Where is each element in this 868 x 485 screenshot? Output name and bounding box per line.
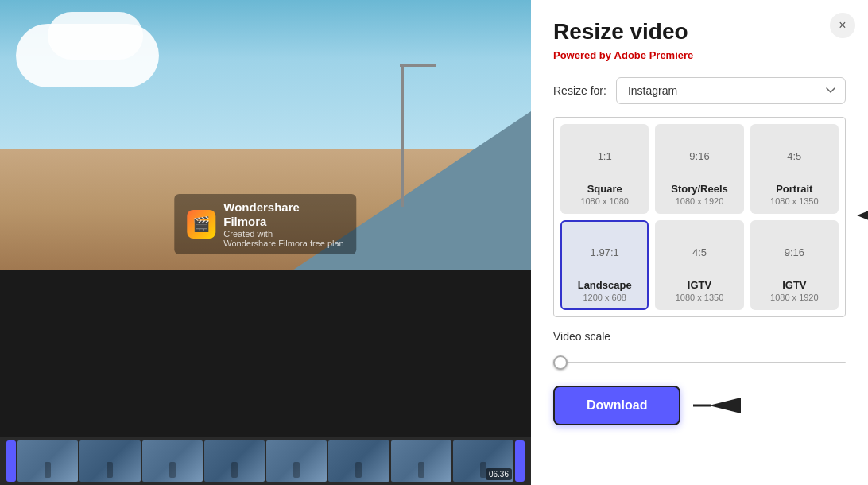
resize-for-label: Resize for: <box>553 84 606 97</box>
timeline-frame-last: 06.36 <box>453 440 513 482</box>
watermark-sub: Created with Wondershare Filmora free pl… <box>223 229 343 248</box>
size-card-name: IGTV <box>758 279 831 291</box>
panel-subtitle: Powered by Adobe Premiere <box>553 49 846 61</box>
left-panel: 🎬 Wondershare Filmora Created with Wonde… <box>0 0 531 485</box>
svg-marker-0 <box>857 206 868 225</box>
timeline: 06.36 <box>0 437 531 485</box>
size-card-ratio: 1:1 <box>568 132 641 180</box>
size-card-landscape[interactable]: 1.97:1 Landscape 1200 x 608 <box>560 220 649 310</box>
watermark: 🎬 Wondershare Filmora Created with Wonde… <box>174 194 356 254</box>
size-card-ratio: 4:5 <box>758 132 831 180</box>
size-card-name: IGTV <box>663 279 735 291</box>
video-scale-label: Video scale <box>553 330 846 343</box>
video-arm <box>400 64 436 67</box>
watermark-text: Wondershare Filmora Created with Wonders… <box>223 200 343 248</box>
size-card-portrait[interactable]: 4:5 Portrait 1080 x 1350 <box>750 124 839 214</box>
size-card-ratio: 9:16 <box>663 132 735 180</box>
timeline-strip: 06.36 <box>17 440 513 482</box>
timeline-frame <box>142 440 203 482</box>
size-grid: 1:1 Square 1080 x 1080 9:16 Story/Reels … <box>560 124 839 310</box>
watermark-logo: 🎬 <box>187 210 215 239</box>
size-card-ratio: 9:16 <box>758 228 831 276</box>
video-preview: 🎬 Wondershare Filmora Created with Wonde… <box>0 0 531 270</box>
size-card-name: Story/Reels <box>663 183 735 195</box>
close-button[interactable]: × <box>830 13 855 38</box>
size-card-igtv2[interactable]: 9:16 IGTV 1080 x 1920 <box>750 220 839 310</box>
timeline-frame <box>17 440 78 482</box>
download-arrow <box>693 391 741 420</box>
download-button[interactable]: Download <box>553 386 680 425</box>
timeline-start-handle[interactable] <box>6 440 16 482</box>
size-card-name: Square <box>568 183 641 195</box>
svg-marker-1 <box>709 398 741 413</box>
size-card-dims: 1080 x 1920 <box>758 293 831 302</box>
size-card-ratio: 4:5 <box>663 228 735 276</box>
scale-slider[interactable] <box>553 362 846 363</box>
resize-for-select[interactable]: Instagram <box>616 77 846 104</box>
size-card-dims: 1080 x 1920 <box>663 196 735 206</box>
timeline-time: 06.36 <box>486 468 512 480</box>
size-grid-container: 1:1 Square 1080 x 1080 9:16 Story/Reels … <box>553 117 846 317</box>
grid-arrow <box>849 200 868 235</box>
adobe-brand: Adobe Premiere <box>614 49 694 61</box>
resize-for-row: Resize for: Instagram <box>553 77 846 104</box>
timeline-frame <box>391 440 451 482</box>
video-pole <box>401 64 404 207</box>
timeline-frame <box>204 440 265 482</box>
page-title: Resize video <box>553 19 846 45</box>
watermark-brand: Wondershare Filmora <box>223 200 343 229</box>
size-card-ratio: 1.97:1 <box>568 228 641 276</box>
timeline-frame <box>79 440 140 482</box>
size-card-name: Portrait <box>758 183 831 195</box>
right-panel: × Resize video Powered by Adobe Premiere… <box>531 0 868 485</box>
video-scale-section: Video scale <box>553 330 846 370</box>
timeline-end-handle[interactable] <box>515 440 525 482</box>
size-card-dims: 1200 x 608 <box>568 293 641 302</box>
size-card-dims: 1080 x 1350 <box>758 196 831 206</box>
timeline-frame <box>266 440 327 482</box>
size-card-dims: 1080 x 1080 <box>568 196 641 206</box>
size-card-igtv1[interactable]: 4:5 IGTV 1080 x 1350 <box>655 220 743 310</box>
timeline-frame <box>328 440 389 482</box>
download-row: Download <box>553 386 846 425</box>
size-card-dims: 1080 x 1350 <box>663 293 735 302</box>
scale-slider-container <box>553 349 846 370</box>
video-cloud2 <box>48 12 143 60</box>
size-card-name: Landscape <box>568 279 641 291</box>
size-card-story[interactable]: 9:16 Story/Reels 1080 x 1920 <box>655 124 743 214</box>
size-card-square[interactable]: 1:1 Square 1080 x 1080 <box>560 124 649 214</box>
